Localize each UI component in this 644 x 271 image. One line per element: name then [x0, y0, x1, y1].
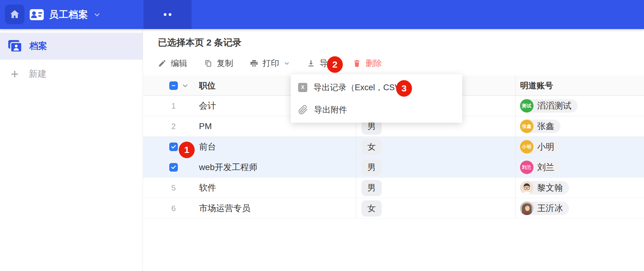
account-name: 滔滔测试 — [537, 100, 571, 112]
download-icon — [307, 59, 315, 68]
selection-count-text: 已选择本页 2 条记录 — [158, 36, 242, 49]
row-number: 1 — [169, 101, 178, 111]
app-header[interactable]: 员工档案 — [29, 0, 101, 29]
archive-card-icon — [8, 40, 22, 53]
account-chip[interactable]: 小明小明 — [520, 140, 560, 154]
copy-icon — [204, 59, 212, 68]
account-name: 黎文翰 — [537, 182, 563, 194]
excel-icon: X — [298, 83, 307, 92]
paperclip-icon — [298, 105, 308, 115]
position-cell: web开发工程师 — [199, 161, 356, 173]
gender-badge: 女 — [361, 200, 382, 217]
gender-badge: 女 — [361, 139, 382, 155]
page: 员工档案 档案 + 新建 — [0, 0, 644, 271]
home-button[interactable] — [5, 5, 24, 24]
menu-item-export-records[interactable]: X 导出记录（Excel，CSV） — [291, 76, 462, 98]
account-name: 张鑫 — [537, 121, 554, 132]
row-number: 2 — [169, 122, 178, 131]
sidebar-item-new[interactable]: + 新建 — [0, 62, 143, 86]
table-row[interactable]: web开发工程师男刘兰刘兰 — [143, 157, 644, 178]
avatar: 刘兰 — [520, 161, 534, 174]
row-checkbox[interactable] — [169, 143, 178, 151]
gender-badge: 男 — [361, 159, 382, 176]
row-number: 6 — [169, 204, 178, 213]
worksheet-tab[interactable] — [144, 0, 192, 29]
position-cell: 市场运营专员 — [199, 202, 356, 214]
batch-toolbar: 编辑 复制 — [158, 56, 382, 71]
column-header-account[interactable]: 明道账号 — [515, 76, 644, 95]
account-chip[interactable]: 王沂冰 — [520, 202, 569, 215]
chevron-down-icon[interactable] — [182, 82, 189, 89]
home-icon — [9, 9, 20, 20]
avatar: 小明 — [520, 140, 534, 154]
gender-badge: 男 — [361, 180, 382, 196]
table-row[interactable]: 6市场运营专员女王沂冰 — [143, 198, 644, 219]
position-cell: 软件 — [199, 182, 356, 194]
chevron-down-icon[interactable] — [93, 11, 101, 19]
avatar-photo — [520, 202, 534, 215]
table-row[interactable]: 5软件男黎文翰 — [143, 178, 644, 198]
account-chip[interactable]: 测试滔滔测试 — [520, 99, 578, 113]
avatar: 张鑫 — [520, 120, 534, 133]
row-number: 5 — [169, 183, 178, 193]
select-all-checkbox[interactable] — [169, 81, 178, 90]
account-name: 小明 — [537, 141, 554, 153]
position-cell: 前台 — [199, 141, 356, 153]
main-content: 已选择本页 2 条记录 编辑 复制 — [143, 29, 644, 271]
pencil-icon — [158, 59, 167, 68]
export-dropdown-menu: X 导出记录（Excel，CSV） 导出附件 — [291, 74, 462, 123]
delete-button[interactable]: 删除 — [353, 58, 382, 69]
plus-icon: + — [8, 67, 21, 81]
chevron-down-icon — [283, 60, 290, 67]
sidebar: 档案 + 新建 — [0, 29, 143, 271]
topbar: 员工档案 — [0, 0, 644, 29]
printer-icon — [250, 59, 258, 68]
row-checkbox[interactable] — [169, 163, 178, 172]
trash-icon — [353, 59, 361, 68]
menu-item-export-attachments[interactable]: 导出附件 — [291, 98, 462, 121]
account-chip[interactable]: 刘兰刘兰 — [520, 161, 560, 174]
annotation-badge-2: 2 — [327, 56, 343, 73]
account-chip[interactable]: 黎文翰 — [520, 181, 569, 195]
more-dots-icon — [164, 13, 167, 16]
print-button[interactable]: 打印 — [250, 58, 290, 69]
annotation-badge-1: 1 — [179, 142, 195, 158]
avatar: 测试 — [520, 99, 534, 113]
table-row[interactable]: 前台女小明小明 — [143, 137, 644, 157]
sidebar-item-archive[interactable]: 档案 — [0, 33, 143, 60]
edit-button[interactable]: 编辑 — [158, 58, 187, 69]
account-chip[interactable]: 张鑫张鑫 — [520, 120, 560, 133]
contact-card-icon — [29, 9, 44, 21]
position-cell: PM — [199, 121, 356, 131]
app-title: 员工档案 — [49, 8, 88, 21]
copy-button[interactable]: 复制 — [204, 58, 233, 69]
sidebar-item-label: 新建 — [29, 68, 47, 80]
account-name: 王沂冰 — [537, 202, 563, 214]
account-name: 刘兰 — [537, 161, 554, 173]
annotation-badge-3: 3 — [396, 80, 412, 97]
more-dots-icon — [169, 13, 171, 16]
avatar-photo — [520, 181, 534, 195]
sidebar-item-label: 档案 — [29, 40, 47, 52]
